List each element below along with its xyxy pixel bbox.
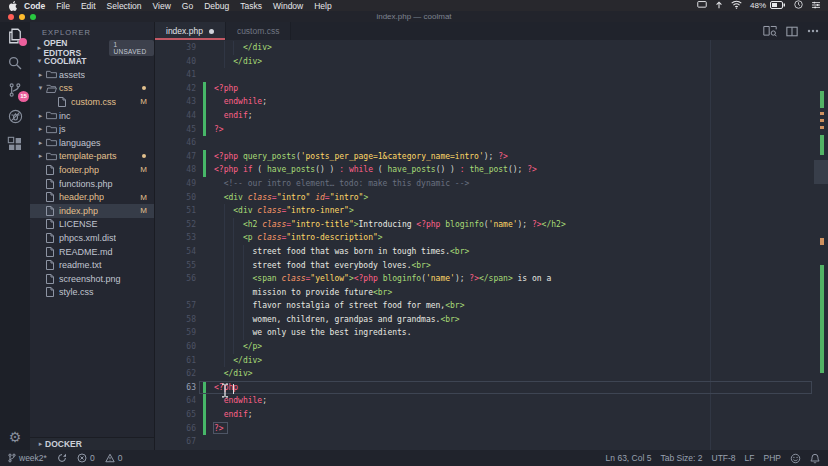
tree-item-css[interactable]: ▾css [30,82,154,96]
tab-size-setting[interactable]: Tab Size: 2 [660,453,702,463]
activity-source-control-icon[interactable]: 15 [0,76,30,103]
menu-selection[interactable]: Selection [107,1,142,11]
code-line-39[interactable]: 39 </div> [155,41,828,55]
tree-item-template-parts[interactable]: ▸template-parts [30,150,154,164]
activity-explorer-icon[interactable] [0,22,30,49]
code-line-43[interactable]: 43 endwhile; [155,95,828,109]
split-editor-icon[interactable] [786,26,798,37]
tree-item-readme-md[interactable]: README.md [30,245,154,259]
code-line-41[interactable]: 41 [155,68,828,82]
arrow-up-icon[interactable] [715,1,723,11]
code-line-55[interactable]: 55 street food that everybody loves.<br> [155,259,828,273]
notifications-bell-icon[interactable] [810,453,820,464]
code-line-61[interactable]: 61 </div> [155,354,828,368]
code-line-42[interactable]: 42<?php [155,82,828,96]
more-actions-icon[interactable] [807,29,819,33]
code-line-45[interactable]: 45?> [155,123,828,137]
cursor-position[interactable]: Ln 63, Col 5 [606,453,652,463]
menu-view[interactable]: View [153,1,171,11]
control-center-icon[interactable] [811,1,821,11]
language-mode[interactable]: PHP [764,453,781,463]
encoding-setting[interactable]: UTF-8 [712,453,736,463]
code-line-47[interactable]: 47<?php query_posts('posts_per_page=1&ca… [155,150,828,164]
tab-custom-css[interactable]: custom.css [226,22,292,40]
menu-go[interactable]: Go [182,1,193,11]
docker-section[interactable]: ▸ DOCKER [30,437,154,450]
code-line-63[interactable]: 63<?php [155,381,828,395]
code-line-58[interactable]: 58 women, children, grandpas and grandma… [155,313,828,327]
menu-tasks[interactable]: Tasks [240,1,262,11]
code-line-46[interactable]: 46 [155,136,828,150]
code-line-40[interactable]: 40 </div> [155,55,828,69]
code-line-56[interactable]: 56 <span class="yellow"><?php bloginfo('… [155,272,828,286]
open-editors-section[interactable]: ▸ OPEN EDITORS 1 UNSAVED [30,41,154,55]
warning-count[interactable]: 0 [105,453,123,463]
code-line-48[interactable]: 48<?php if ( have_posts() ) : while ( ha… [155,163,828,177]
code-line-62[interactable]: 62 </div> [155,367,828,381]
zoom-button[interactable] [30,14,36,20]
activity-extensions-icon[interactable] [0,130,30,157]
code-line-67[interactable]: 67 [155,435,828,449]
minimize-button[interactable] [19,14,25,20]
tree-item-license[interactable]: LICENSE [30,218,154,232]
code-line-44[interactable]: 44 endif; [155,109,828,123]
tree-item-readme-txt[interactable]: readme.txt [30,258,154,272]
code-line-50[interactable]: 50 <div class="intro" id="intro"> [155,191,828,205]
chevron-right-icon: ▸ [35,125,46,133]
feedback-smiley-icon[interactable] [790,453,801,464]
settings-gear-icon[interactable]: ⚙ [0,429,30,445]
menu-file[interactable]: File [56,1,70,11]
menu-help[interactable]: Help [314,1,331,11]
tree-item-index-php[interactable]: index.phpM [30,204,154,218]
tree-item-style-css[interactable]: style.css [30,286,154,300]
tree-item-header-php[interactable]: header.phpM [30,190,154,204]
chevron-right-icon: ▸ [36,440,45,448]
tree-item-languages[interactable]: ▸languages [30,136,154,150]
code-line-51[interactable]: 51 <div class="intro-inner"> [155,204,828,218]
sync-changes-button[interactable] [57,453,67,463]
tree-item-assets[interactable]: ▸assets [30,68,154,82]
code-line-49[interactable]: 49 <!-- our intro element… todo: make th… [155,177,828,191]
apple-menu-icon[interactable] [9,1,17,11]
tree-item-inc[interactable]: ▸inc [30,109,154,123]
error-count[interactable]: 0 [77,453,95,463]
code-line-66[interactable]: 66?> [155,422,828,436]
activity-search-icon[interactable] [0,49,30,76]
code-line-64[interactable]: 64 endwhile; [155,394,828,408]
menu-window[interactable]: Window [273,1,303,11]
window-title-bar[interactable]: index.php — coolmat [0,11,828,22]
code-line-57[interactable]: 57 flavor nostalgia of street food for m… [155,299,828,313]
tab-index-php[interactable]: index.php [155,22,226,40]
battery-icon[interactable] [770,1,786,11]
code-line-60[interactable]: 60 </p> [155,340,828,354]
code-line-53[interactable]: 53 <p class="intro-description"> [155,231,828,245]
tree-item-phpcs-xml-dist[interactable]: phpcs.xml.dist [30,231,154,245]
wifi-icon[interactable] [731,0,742,11]
code-text: <?php if ( have_posts() ) : while ( have… [214,163,537,177]
code-line-wrap[interactable]: mission to provide future<br> [155,286,828,300]
menu-debug[interactable]: Debug [204,1,229,11]
open-preview-icon[interactable] [763,25,777,37]
line-number: 55 [155,259,196,273]
code-line-54[interactable]: 54 street food that was born in tough ti… [155,245,828,259]
line-number: 41 [155,68,196,82]
tree-item-js[interactable]: ▸js [30,122,154,136]
display-icon[interactable] [697,1,707,11]
menu-edit[interactable]: Edit [81,1,96,11]
git-branch-indicator[interactable]: week2* [8,453,47,463]
clock-icon[interactable] [794,0,803,11]
line-number: 51 [155,204,196,218]
activity-debug-icon[interactable] [0,103,30,130]
code-editor[interactable]: 39 </div>40 </div>4142<?php43 endwhile;4… [155,40,828,450]
close-button[interactable] [8,14,14,20]
tree-item-footer-php[interactable]: footer.phpM [30,163,154,177]
code-text: <div class="intro-inner"> [214,204,354,218]
tree-item-functions-php[interactable]: functions.php [30,177,154,191]
tree-item-screenshot-png[interactable]: screenshot.png [30,272,154,286]
code-line-59[interactable]: 59 we only use the best ingredients. [155,326,828,340]
tree-item-custom-css[interactable]: custom.cssM [30,95,154,109]
code-line-52[interactable]: 52 <h2 class="intro-title">Introducing <… [155,218,828,232]
code-line-65[interactable]: 65 endif; [155,408,828,422]
eol-setting[interactable]: LF [745,453,755,463]
menu-code[interactable]: Code [24,1,45,11]
